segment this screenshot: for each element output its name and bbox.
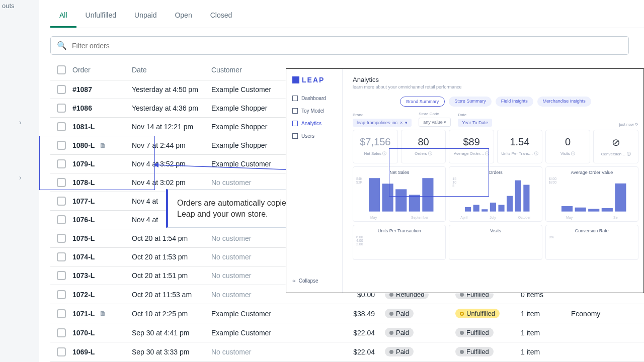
select-all-checkbox[interactable]	[57, 65, 66, 74]
order-items: 1 item	[521, 310, 571, 318]
order-items: 1 item	[521, 329, 571, 337]
order-total: $22.04	[325, 348, 385, 356]
row-checkbox[interactable]	[57, 197, 66, 206]
kpi-value: 1.54	[501, 136, 539, 148]
row-checkbox[interactable]	[57, 328, 66, 337]
leap-nav-analytics[interactable]: Analytics	[286, 117, 342, 130]
leap-filters: Brandleap-trampolines-inc×▾ Store Codean…	[353, 112, 638, 127]
svg-rect-17	[575, 208, 586, 212]
table-row[interactable]: 1069-LSep 30 at 3:33 pmNo customer$22.04…	[50, 342, 644, 361]
svg-rect-16	[561, 206, 573, 212]
leap-nav-toy-model[interactable]: Toy Model	[286, 105, 342, 117]
tab-open[interactable]: Open	[166, 4, 201, 28]
leap-page-title: Analytics	[353, 76, 638, 83]
order-date: Oct 20 at 1:51 pm	[132, 272, 211, 280]
leap-tab[interactable]: Brand Summary	[400, 97, 445, 107]
payment-status: Paid	[385, 309, 455, 318]
svg-rect-19	[601, 208, 612, 212]
row-checkbox[interactable]	[57, 234, 66, 243]
order-tabs: AllUnfulfilledUnpaidOpenClosed	[50, 4, 644, 28]
leap-tab[interactable]: Store Summary	[449, 97, 492, 107]
filter-orders-field[interactable]	[72, 42, 622, 50]
tab-all[interactable]: All	[50, 4, 76, 28]
tab-closed[interactable]: Closed	[201, 4, 242, 28]
refreshed-label: just now ⟳	[619, 122, 638, 127]
row-checkbox[interactable]	[57, 271, 66, 280]
order-id: 1073-L	[72, 272, 132, 280]
chart-title: Conversion Rate	[549, 228, 635, 233]
order-shipping: Economy	[571, 310, 631, 318]
row-checkbox[interactable]	[57, 85, 66, 94]
row-checkbox[interactable]	[57, 215, 66, 224]
leap-analytics-tabs: Brand SummaryStore SummaryField Insights…	[353, 97, 638, 107]
chart-card: Conversion Rate0%	[545, 225, 638, 260]
note-icon: 🗎	[100, 310, 106, 317]
leap-nav-dashboard[interactable]: Dashboard	[286, 92, 342, 105]
order-date: Oct 20 at 1:53 pm	[132, 253, 211, 261]
table-row[interactable]: 1071-L🗎Oct 10 at 2:25 pmExample Customer…	[50, 304, 644, 323]
brand-chip[interactable]: leap-trampolines-inc×▾	[353, 119, 412, 127]
search-input[interactable]: 🔍	[50, 36, 629, 55]
header-order[interactable]: Order	[72, 66, 132, 74]
row-checkbox[interactable]	[57, 122, 66, 131]
nav-icon	[292, 108, 298, 114]
order-date: Nov 14 at 12:21 pm	[132, 123, 211, 131]
tab-unpaid[interactable]: Unpaid	[125, 4, 166, 28]
search-icon: 🔍	[57, 41, 67, 50]
collapse-button[interactable]: ‹‹Collapse	[286, 274, 342, 288]
svg-rect-10	[482, 209, 488, 211]
row-checkbox[interactable]	[57, 347, 66, 356]
leap-nav-users[interactable]: Users	[286, 130, 342, 142]
kpi-highlight-box	[389, 148, 489, 197]
kpi-card[interactable]: 0Visits ⓘ	[545, 130, 591, 163]
left-sidebar: outs › ›	[0, 0, 39, 362]
close-icon[interactable]: ×	[400, 120, 403, 125]
date-chip[interactable]: Year To Date	[458, 119, 492, 127]
chevron-right-icon[interactable]: ›	[0, 167, 39, 188]
table-row[interactable]: 1070-LSep 30 at 4:41 pmExample Customer$…	[50, 323, 644, 342]
leap-tab[interactable]: Field Insights	[496, 97, 533, 107]
svg-rect-6	[409, 195, 420, 211]
order-id: 1070-L	[72, 329, 132, 337]
tab-unfulfilled[interactable]: Unfulfilled	[76, 4, 125, 28]
order-id: 1072-L	[72, 291, 132, 299]
header-date[interactable]: Date	[132, 66, 211, 74]
kpi-card[interactable]: 1.54Units Per Trans… ⓘ	[497, 130, 542, 163]
nav-icon	[292, 133, 298, 139]
svg-rect-11	[490, 203, 496, 212]
kpi-card[interactable]: ⊘Conversion… ⓘ	[593, 130, 638, 163]
row-checkbox[interactable]	[57, 290, 66, 299]
chevron-right-icon[interactable]: ›	[0, 112, 39, 132]
order-date: Sep 30 at 3:33 pm	[132, 348, 211, 356]
order-id: 1076-L	[72, 216, 132, 224]
order-id: 1071-L🗎	[72, 310, 132, 318]
svg-rect-18	[588, 209, 599, 211]
kpi-label: Units Per Trans… ⓘ	[501, 151, 539, 156]
payment-status: Paid	[385, 328, 455, 337]
nav-icon	[292, 121, 298, 126]
order-id: 1074-L	[72, 253, 132, 261]
order-total: $22.04	[325, 329, 385, 337]
order-id: #1086	[72, 104, 132, 112]
order-date: Oct 20 at 11:53 am	[132, 291, 211, 299]
leap-sidebar: LEAP DashboardToy ModelAnalyticsUsers ‹‹…	[286, 69, 343, 293]
leap-tab[interactable]: Merchandise Insights	[537, 97, 591, 107]
order-id: 1069-L	[72, 348, 132, 356]
chart-title: Units Per Transaction	[356, 228, 442, 233]
kpi-label: Visits ⓘ	[549, 151, 587, 156]
order-customer: Example Customer	[211, 329, 325, 337]
order-date: Sep 30 at 4:41 pm	[132, 329, 211, 337]
svg-rect-3	[369, 178, 380, 211]
row-checkbox[interactable]	[57, 309, 66, 318]
kpi-value: ⊘	[597, 136, 635, 148]
store-select[interactable]: any value ▾	[419, 118, 451, 127]
row-checkbox[interactable]	[57, 252, 66, 261]
kpi-label: Conversion… ⓘ	[597, 151, 635, 157]
sidebar-item[interactable]: outs	[0, 0, 39, 12]
kpi-value: 80	[405, 136, 443, 148]
order-id: 1075-L	[72, 234, 132, 242]
order-items: 1 item	[521, 348, 571, 356]
row-checkbox[interactable]	[57, 104, 66, 113]
collapse-icon: ‹‹	[292, 278, 296, 284]
svg-rect-8	[465, 207, 471, 212]
